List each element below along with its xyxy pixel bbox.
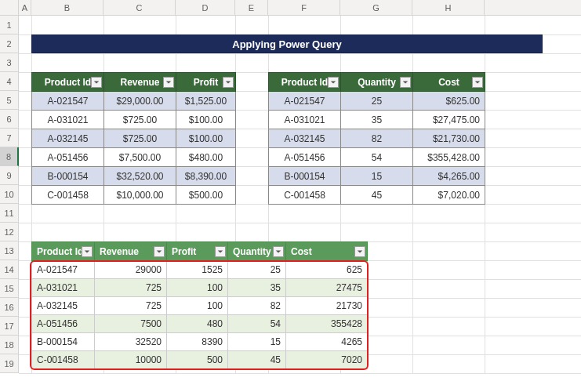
filter-dropdown-icon[interactable]: [400, 77, 411, 88]
row-header-16[interactable]: 16: [0, 298, 19, 317]
table-cell[interactable]: 25: [341, 92, 413, 111]
table-cell[interactable]: $7,020.00: [413, 186, 485, 205]
table-cell[interactable]: 625: [286, 261, 368, 279]
table-cell[interactable]: 27475: [286, 279, 368, 297]
table-cell[interactable]: $29,000.00: [104, 92, 176, 111]
table-cell[interactable]: 82: [228, 297, 286, 315]
table-cell[interactable]: 15: [228, 333, 286, 351]
row-header-1[interactable]: 1: [0, 16, 19, 34]
table-cell[interactable]: 725: [95, 297, 167, 315]
table-cell[interactable]: $21,730.00: [413, 129, 485, 148]
filter-dropdown-icon[interactable]: [472, 77, 483, 88]
table-cell[interactable]: 29000: [95, 261, 167, 279]
filter-dropdown-icon[interactable]: [82, 246, 93, 257]
row-header-17[interactable]: 17: [0, 317, 19, 336]
table-cell[interactable]: 7500: [95, 315, 167, 333]
table-cell[interactable]: 21730: [286, 297, 368, 315]
table-cell[interactable]: B-000154: [32, 333, 95, 351]
table-cell[interactable]: 725: [95, 279, 167, 297]
table-cell[interactable]: $480.00: [176, 148, 236, 167]
row-header-9[interactable]: 9: [0, 166, 19, 185]
cell-grid[interactable]: Applying Power Query Product IdRevenuePr…: [19, 16, 581, 373]
filter-dropdown-icon[interactable]: [223, 77, 234, 88]
table-cell[interactable]: $4,265.00: [413, 167, 485, 186]
table2-header[interactable]: Cost: [413, 73, 485, 92]
table-cell[interactable]: 4265: [286, 333, 368, 351]
col-header-d[interactable]: D: [176, 0, 235, 15]
table-cell[interactable]: A-032145: [269, 129, 341, 148]
table-cell[interactable]: $1,525.00: [176, 92, 236, 111]
table3-header[interactable]: Revenue: [95, 242, 167, 261]
row-header-12[interactable]: 12: [0, 223, 19, 241]
table-cell[interactable]: $10,000.00: [104, 186, 176, 205]
col-header-h[interactable]: H: [412, 0, 485, 15]
table-cell[interactable]: 82: [341, 129, 413, 148]
table-cell[interactable]: 35: [341, 111, 413, 129]
table-cell[interactable]: $7,500.00: [104, 148, 176, 167]
col-header-f[interactable]: F: [268, 0, 340, 15]
row-header-7[interactable]: 7: [0, 129, 19, 147]
table-cell[interactable]: A-021547: [32, 261, 95, 279]
row-header-6[interactable]: 6: [0, 110, 19, 129]
row-header-10[interactable]: 10: [0, 185, 19, 204]
table-cell[interactable]: A-051456: [32, 148, 104, 167]
select-all-corner[interactable]: [0, 0, 19, 15]
table3-header[interactable]: Quantity: [228, 242, 286, 261]
col-header-a[interactable]: A: [19, 0, 31, 15]
table-cell[interactable]: C-001458: [32, 351, 95, 369]
table-cell[interactable]: C-001458: [32, 186, 104, 205]
col-header-e[interactable]: E: [235, 0, 268, 15]
filter-dropdown-icon[interactable]: [328, 77, 339, 88]
row-header-19[interactable]: 19: [0, 354, 19, 373]
table-cell[interactable]: A-031021: [32, 279, 95, 297]
table-cell[interactable]: 480: [167, 315, 228, 333]
table-cell[interactable]: $32,520.00: [104, 167, 176, 186]
row-header-5[interactable]: 5: [0, 91, 19, 110]
table-cell[interactable]: 45: [228, 351, 286, 369]
table-cell[interactable]: $625.00: [413, 92, 485, 111]
table-cell[interactable]: 7020: [286, 351, 368, 369]
table1-header[interactable]: Product Id: [32, 73, 104, 92]
table-cell[interactable]: A-032145: [32, 129, 104, 148]
filter-dropdown-icon[interactable]: [163, 77, 174, 88]
table-cell[interactable]: A-051456: [269, 148, 341, 167]
table-cell[interactable]: $355,428.00: [413, 148, 485, 167]
table-cell[interactable]: B-000154: [32, 167, 104, 186]
table-cell[interactable]: 355428: [286, 315, 368, 333]
table-cell[interactable]: 8390: [167, 333, 228, 351]
table-cell[interactable]: 25: [228, 261, 286, 279]
table-cell[interactable]: 45: [341, 186, 413, 205]
table-cell[interactable]: $8,390.00: [176, 167, 236, 186]
filter-dropdown-icon[interactable]: [154, 246, 165, 257]
row-header-11[interactable]: 11: [0, 204, 19, 223]
table3-header[interactable]: Cost: [286, 242, 368, 261]
table1-header[interactable]: Profit: [176, 73, 236, 92]
table-cell[interactable]: A-021547: [32, 92, 104, 111]
filter-dropdown-icon[interactable]: [354, 246, 365, 257]
table-cell[interactable]: B-000154: [269, 167, 341, 186]
table-cell[interactable]: A-031021: [269, 111, 341, 129]
table3-header[interactable]: Product Id: [32, 242, 95, 261]
table-cell[interactable]: C-001458: [269, 186, 341, 205]
table-cell[interactable]: 32520: [95, 333, 167, 351]
table-cell[interactable]: 500: [167, 351, 228, 369]
table-cell[interactable]: 15: [341, 167, 413, 186]
table2-header[interactable]: Product Id: [269, 73, 341, 92]
table-cell[interactable]: $27,475.00: [413, 111, 485, 129]
row-header-15[interactable]: 15: [0, 279, 19, 298]
row-header-18[interactable]: 18: [0, 336, 19, 354]
table-cell[interactable]: A-032145: [32, 297, 95, 315]
table-cell[interactable]: 100: [167, 297, 228, 315]
table-cell[interactable]: 1525: [167, 261, 228, 279]
table-cell[interactable]: 54: [341, 148, 413, 167]
table2-header[interactable]: Quantity: [341, 73, 413, 92]
table-cell[interactable]: $725.00: [104, 111, 176, 129]
table-cell[interactable]: 54: [228, 315, 286, 333]
row-header-2[interactable]: 2: [0, 34, 19, 53]
table1-header[interactable]: Revenue: [104, 73, 176, 92]
filter-dropdown-icon[interactable]: [91, 77, 102, 88]
table3-header[interactable]: Profit: [167, 242, 228, 261]
table-cell[interactable]: A-021547: [269, 92, 341, 111]
col-header-b[interactable]: B: [31, 0, 103, 15]
col-header-c[interactable]: C: [103, 0, 176, 15]
